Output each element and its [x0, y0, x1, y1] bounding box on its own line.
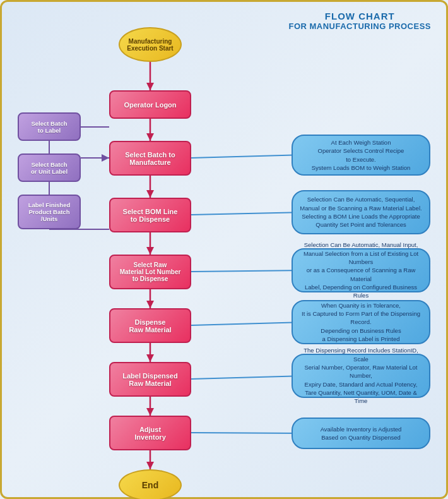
- dispense-box: Dispense Raw Material: [109, 308, 191, 343]
- svg-line-31: [191, 433, 305, 433]
- svg-line-23: [191, 212, 305, 215]
- page: FLOW CHART FOR MANUFACTURING PROCESS: [0, 0, 448, 499]
- svg-marker-15: [146, 462, 154, 469]
- info-box-4: When Quanity is in Tolerance, It is Capt…: [292, 300, 430, 344]
- info-text-1: At Each Weigh Station Operator Selects C…: [312, 138, 411, 172]
- end-oval: End: [119, 469, 182, 499]
- svg-line-29: [191, 376, 305, 379]
- svg-line-27: [191, 322, 305, 325]
- svg-marker-3: [146, 133, 154, 141]
- label-finished-text: Label Finished Product Batch /Units: [28, 201, 71, 222]
- select-raw-box: Select Raw Material Lot Number to Dispen…: [109, 255, 191, 289]
- flow-container: Manufacturing Execution Start Operator L…: [8, 8, 440, 491]
- end-label: End: [142, 480, 158, 490]
- svg-marker-7: [146, 247, 154, 255]
- svg-marker-13: [146, 408, 154, 416]
- select-batch-unit-text: Select Batch or Unit Label: [31, 161, 68, 175]
- dispense-label: Dispense Raw Material: [129, 318, 171, 334]
- svg-marker-5: [146, 190, 154, 198]
- info-text-5: The Dispensing Record Includes StationID…: [299, 346, 423, 405]
- logon-label: Operator Logon: [124, 101, 176, 109]
- info-text-4: When Quanity is in Tolerance, It is Capt…: [299, 301, 423, 343]
- adjust-inv-box: Adjust Inventory: [109, 416, 191, 450]
- info-box-2: Selection Can Be Automatic, Sequential, …: [292, 190, 430, 234]
- svg-line-25: [191, 270, 305, 272]
- info-text-3: Selection Can Be Automatic, Manual Input…: [299, 241, 423, 299]
- svg-marker-19: [102, 154, 109, 162]
- svg-line-21: [191, 155, 305, 158]
- label-dispensed-label: Label Dispensed Raw Material: [122, 372, 177, 387]
- select-raw-label: Select Raw Material Lot Number to Dispen…: [120, 262, 181, 282]
- label-dispensed-box: Label Dispensed Raw Material: [109, 362, 191, 397]
- info-text-2: Selection Can Be Automatic, Sequential, …: [300, 195, 421, 229]
- select-bom-box: Select BOM Line to Dispense: [109, 198, 191, 232]
- svg-marker-9: [146, 301, 154, 308]
- logon-box: Operator Logon: [109, 90, 191, 119]
- select-batch-box: Select Batch to Manufacture: [109, 141, 191, 176]
- info-box-6: Available Inventory is Adjusted Based on…: [292, 418, 430, 449]
- info-text-6: Available Inventory is Adjusted Based on…: [321, 425, 402, 442]
- start-label: Manufacturing Execution Start: [127, 38, 173, 52]
- select-batch-unit-box: Select Batch or Unit Label: [18, 153, 81, 182]
- select-batch-label-text: Select Batch to Label: [31, 120, 67, 134]
- start-oval: Manufacturing Execution Start: [119, 27, 182, 62]
- info-box-3: Selection Can Be Automatic, Manual Input…: [292, 248, 430, 292]
- svg-marker-11: [146, 354, 154, 362]
- label-finished-box: Label Finished Product Batch /Units: [18, 195, 81, 229]
- info-box-1: At Each Weigh Station Operator Selects C…: [292, 135, 430, 176]
- select-bom-label: Select BOM Line to Dispense: [123, 208, 178, 223]
- select-batch-label-box: Select Batch to Label: [18, 112, 81, 141]
- select-batch-label: Select Batch to Manufacture: [125, 151, 175, 166]
- info-box-5: The Dispensing Record Includes StationID…: [292, 354, 430, 398]
- svg-marker-1: [146, 83, 154, 90]
- adjust-inv-label: Adjust Inventory: [134, 426, 166, 441]
